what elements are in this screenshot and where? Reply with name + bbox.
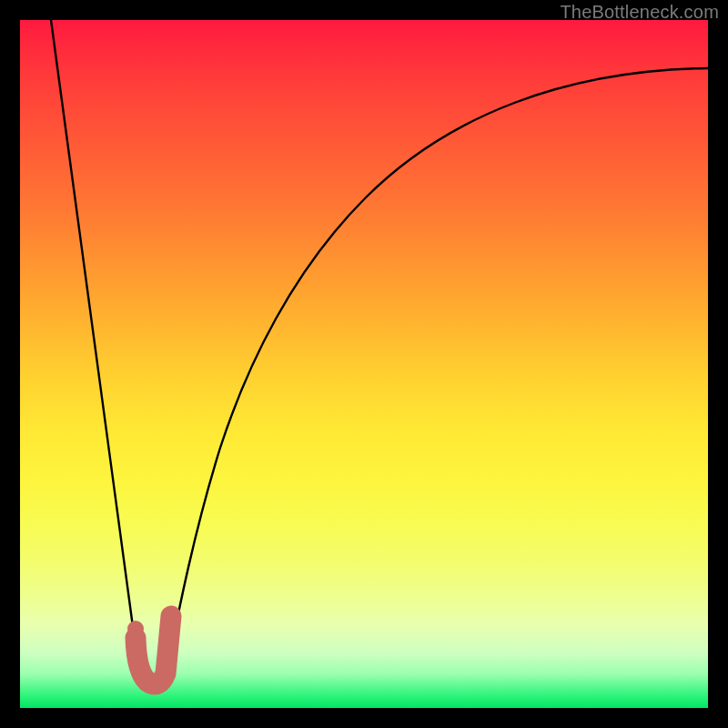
curve-left — [51, 20, 140, 681]
curve-right — [165, 68, 708, 681]
chart-svg — [20, 20, 708, 708]
chart-plot-area — [20, 20, 708, 708]
curve-group — [51, 20, 708, 681]
marker-j — [127, 616, 171, 684]
chart-frame: TheBottleneck.com — [0, 0, 728, 728]
watermark-text: TheBottleneck.com — [560, 2, 719, 23]
